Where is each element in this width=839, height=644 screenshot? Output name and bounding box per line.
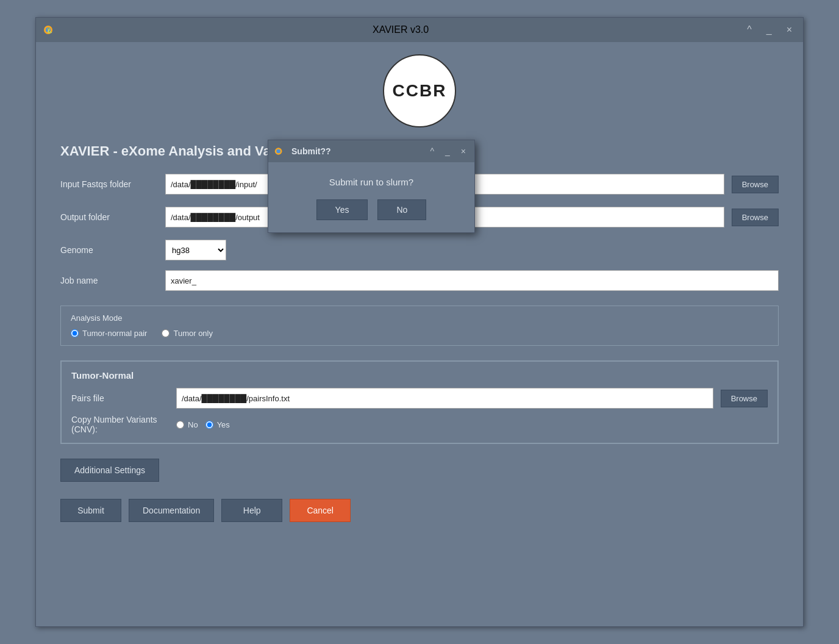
- modal-content: Submit run to slurm? Yes No: [268, 162, 474, 232]
- submit-dialog: Submit?? ^ _ × Submit run to slurm? Yes …: [268, 140, 475, 233]
- modal-title-bar: Submit?? ^ _ ×: [268, 140, 474, 162]
- svg-point-4: [276, 149, 280, 154]
- modal-yes-button[interactable]: Yes: [316, 199, 368, 220]
- modal-no-button[interactable]: No: [377, 199, 426, 220]
- modal-restore-button[interactable]: _: [443, 146, 452, 157]
- modal-overlay: Submit?? ^ _ × Submit run to slurm? Yes …: [36, 18, 803, 626]
- modal-title: Submit??: [291, 146, 423, 156]
- main-window: 🐍 XAVIER v3.0 ^ _ × CCBR XAVIER - eXome …: [35, 17, 804, 627]
- modal-minimize-button[interactable]: ^: [427, 146, 437, 157]
- modal-controls: ^ _ ×: [427, 146, 468, 157]
- modal-question: Submit run to slurm?: [329, 177, 413, 187]
- modal-app-icon: [274, 145, 287, 157]
- modal-buttons: Yes No: [316, 199, 427, 220]
- modal-close-button[interactable]: ×: [459, 146, 468, 157]
